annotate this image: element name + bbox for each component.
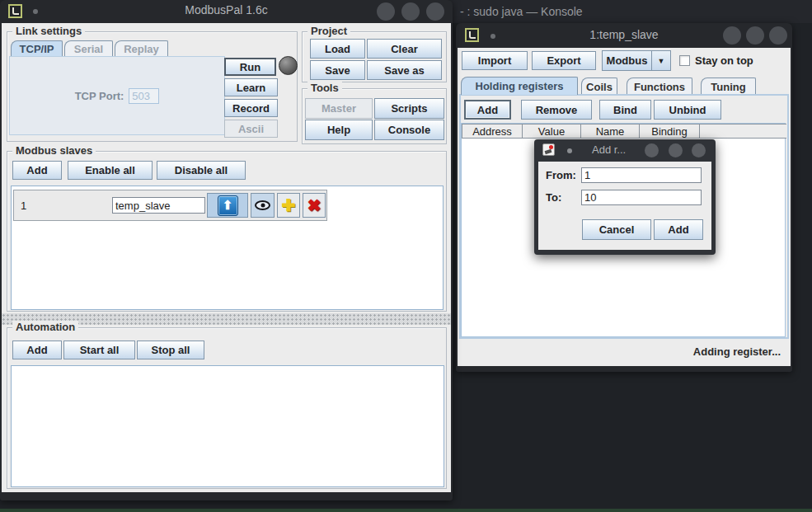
register-bind-button[interactable]: Bind [599,100,651,120]
automation-list [11,365,444,487]
clear-button[interactable]: Clear [367,39,442,59]
save-as-label: Save as [384,64,424,77]
help-button[interactable]: Help [305,120,373,140]
tab-serial[interactable]: Serial [64,40,113,56]
ascii-button[interactable]: Ascii [224,120,278,138]
record-button[interactable]: Record [224,99,278,117]
import-button[interactable]: Import [462,51,528,70]
desktop: - : sudo java — Konsole ModbusPal 1.6c L… [0,0,812,512]
slave-duplicate-button[interactable]: ✚ [277,193,300,218]
mode-select[interactable]: Modbus ▼ [602,50,671,71]
tab-tcpip[interactable]: TCP/IP [11,40,63,56]
run-status-led [279,56,298,75]
header-value[interactable]: Value [522,124,581,139]
from-label: From: [546,169,576,181]
tcpip-tab-panel: TCP Port: [9,56,225,135]
register-unbind-label: Unbind [669,104,706,116]
load-label: Load [325,43,350,55]
start-all-button[interactable]: Start all [63,341,135,359]
modbuspal-window: ModbusPal 1.6c Link settings TCP/IP Seri… [0,0,453,500]
tab-holding-registers-label: Holding registers [476,80,564,92]
save-as-button[interactable]: Save as [367,60,442,80]
disable-all-label: Disable all [175,164,228,176]
enable-all-button[interactable]: Enable all [68,161,153,180]
clear-label: Clear [391,43,418,55]
scripts-button[interactable]: Scripts [374,98,444,119]
header-binding[interactable]: Binding [639,124,700,139]
modbuspal-titlebar[interactable]: ModbusPal 1.6c [0,0,453,23]
tools-title: Tools [307,82,342,94]
stay-on-top-label: Stay on top [695,54,753,67]
dialog-close-button[interactable] [692,143,706,157]
tab-coils[interactable]: Coils [581,78,617,95]
slave-app-icon [465,28,479,42]
export-button[interactable]: Export [532,51,596,70]
console-button[interactable]: Console [374,120,444,140]
slave-close-button[interactable] [769,26,787,45]
master-button[interactable]: Master [305,98,373,119]
desktop-bottom-edge [0,509,812,512]
plus-icon: ✚ [282,197,296,214]
header-address[interactable]: Address [462,124,523,139]
scripts-label: Scripts [391,102,427,115]
register-add-label: Add [477,104,498,116]
slave-delete-button[interactable]: ✖ [303,193,326,218]
register-remove-button[interactable]: Remove [521,100,592,120]
header-address-label: Address [472,125,512,138]
mode-select-value: Modbus [603,51,651,70]
tab-holding-registers[interactable]: Holding registers [461,77,578,95]
tab-replay[interactable]: Replay [115,40,168,56]
register-add-button[interactable]: Add [464,100,511,120]
disable-all-button[interactable]: Disable all [157,161,246,180]
status-bar: Adding register... [458,341,791,365]
dialog-cancel-label: Cancel [599,223,635,236]
learn-button[interactable]: Learn [224,78,278,96]
slave-eye-button[interactable] [251,193,275,218]
learn-label: Learn [237,82,265,94]
export-label: Export [547,54,580,67]
delete-x-icon: ✖ [307,197,322,214]
to-input[interactable] [581,190,702,205]
register-unbind-button[interactable]: Unbind [654,100,721,120]
up-arrow-icon: ⬆ [218,195,238,216]
slave-maximize-button[interactable] [746,26,764,45]
stop-all-button[interactable]: Stop all [137,341,204,359]
slave-titlebar[interactable]: 1:temp_slave [456,23,792,48]
dialog-titlebar-dot [567,148,572,153]
konsole-title: - : sudo java — Konsole [460,0,583,23]
dialog-maximize-button[interactable] [669,143,683,157]
from-input[interactable] [581,167,702,183]
to-label: To: [546,191,561,204]
project-title: Project [307,25,350,37]
add-register-dialog: Add r... From: To: Cancel Add [534,139,716,255]
help-label: Help [327,124,350,136]
close-button[interactable] [426,2,444,21]
minimize-button[interactable] [377,2,395,21]
dialog-minimize-button[interactable] [645,143,659,157]
dialog-cancel-button[interactable]: Cancel [582,219,651,240]
dialog-titlebar[interactable]: Add r... [534,139,716,162]
stay-on-top-checkbox[interactable] [679,55,690,66]
save-button[interactable]: Save [310,60,365,80]
tab-tuning[interactable]: Tuning [701,78,756,95]
tab-replay-label: Replay [124,43,159,55]
slave-enable-toggle[interactable]: ⬆ [207,193,248,218]
tcp-port-label: TCP Port: [75,90,124,102]
slave-minimize-button[interactable] [723,26,741,45]
load-button[interactable]: Load [310,39,365,59]
header-name[interactable]: Name [580,124,640,139]
automation-add-label: Add [26,344,47,356]
slave-name-input[interactable] [112,197,205,214]
save-label: Save [325,64,350,77]
eye-icon [255,200,270,210]
header-binding-label: Binding [651,125,687,138]
dialog-add-label: Add [668,223,688,236]
dialog-add-button[interactable]: Add [654,219,703,240]
slave-add-button[interactable]: Add [12,161,62,180]
run-label: Run [240,61,260,73]
run-button[interactable]: Run [224,58,276,76]
maximize-button[interactable] [401,2,420,21]
automation-add-button[interactable]: Add [12,341,62,359]
tcp-port-input[interactable] [129,88,159,104]
tab-functions[interactable]: Functions [627,78,692,95]
